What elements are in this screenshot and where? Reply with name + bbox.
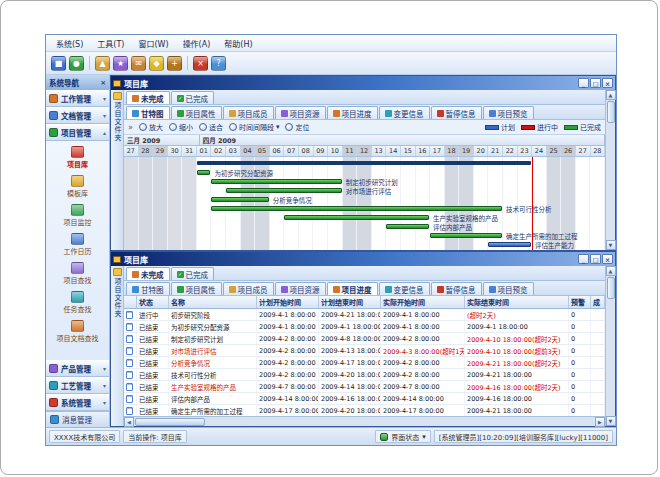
table-column-成[interactable]: 成: [591, 296, 605, 308]
table-column-计划开始时间[interactable]: 计划开始时间: [257, 296, 319, 308]
project-folder-vertical-tab[interactable]: 项目文件夹: [111, 266, 124, 426]
sidebar-close-icon[interactable]: ×: [100, 79, 106, 87]
gantt-bar-评估生产能力[interactable]: [488, 242, 531, 247]
gantt-toolbar-时间间隔段[interactable]: 时间间隔段▾: [229, 122, 280, 132]
gantt-bar-分析竞争情况[interactable]: [211, 197, 268, 202]
view-tab-项目进度[interactable]: 项目进度: [327, 282, 378, 295]
status-ui-state[interactable]: 界面状态 ▾: [375, 430, 431, 443]
scroll-up-button[interactable]: ▲: [606, 90, 616, 100]
sidebar-group-产品管理[interactable]: 产品管理▾: [46, 360, 109, 377]
home-icon[interactable]: ■: [51, 56, 66, 71]
scroll-right-button[interactable]: ▶: [595, 417, 605, 427]
table-column-实际结束时间[interactable]: 实际结束时间: [465, 296, 569, 308]
sidebar-item-项目文档查找[interactable]: 项目文档查找: [46, 317, 109, 346]
close-button[interactable]: ×: [602, 78, 613, 88]
filter-tab-已完成[interactable]: ✓已完成: [171, 91, 215, 104]
table-row[interactable]: 已结束确定生产所需的加工过程2009-4-17 8:00:002009-4-20…: [124, 405, 605, 416]
view-tab-项目属性[interactable]: 项目属性: [171, 106, 222, 119]
view-tab-暂停信息[interactable]: 暂停信息: [431, 282, 482, 295]
gantt-bar-确定生产所需的加工过程[interactable]: [430, 233, 502, 238]
gantt-window-titlebar[interactable]: 项目库 _□×: [111, 76, 615, 90]
sidebar-group-系统管理[interactable]: 系统管理▾: [46, 394, 109, 411]
sidebar-group-工艺管理[interactable]: 工艺管理▾: [46, 377, 109, 394]
sidebar-item-项目监控[interactable]: 项目监控: [46, 201, 109, 230]
menu-item-1[interactable]: 工具(T): [91, 37, 130, 50]
table-horizontal-scrollbar[interactable]: ◀▶: [124, 416, 605, 426]
filter-tab-未完成[interactable]: 未完成: [126, 267, 170, 280]
view-tab-项目资源[interactable]: 项目资源: [275, 106, 326, 119]
scroll-down-button[interactable]: ▼: [606, 416, 616, 426]
view-tab-项目预览[interactable]: 项目预览: [483, 282, 534, 295]
table-column-实际开始时间[interactable]: 实际开始时间: [381, 296, 465, 308]
table-vertical-scrollbar[interactable]: ▲▼: [605, 266, 615, 426]
gantt-bar-制定初步研究计划[interactable]: [211, 179, 341, 184]
view-tab-项目属性[interactable]: 项目属性: [171, 282, 222, 295]
table-row[interactable]: 已结束评估内部产品2009-4-14 8:00:002009-4-16 18:0…: [124, 393, 605, 405]
gantt-bar-技术可行性分析[interactable]: [211, 206, 502, 211]
scroll-left-button[interactable]: ◀: [124, 417, 134, 427]
filter-tab-已完成[interactable]: ✓已完成: [171, 267, 215, 280]
scroll-track[interactable]: [607, 276, 615, 416]
mail-icon[interactable]: ✉: [131, 56, 146, 71]
filter-tab-未完成[interactable]: 未完成: [126, 91, 170, 104]
view-tab-项目成员[interactable]: 项目成员: [223, 282, 274, 295]
minimize-button[interactable]: _: [578, 254, 589, 264]
scroll-down-button[interactable]: ▼: [606, 240, 616, 250]
menu-item-3[interactable]: 操作(A): [177, 37, 217, 50]
sidebar-item-项目查找[interactable]: 项目查找: [46, 259, 109, 288]
view-tab-甘特图[interactable]: 甘特图: [126, 282, 170, 295]
minimize-button[interactable]: _: [578, 78, 589, 88]
table-window-titlebar[interactable]: 项目库 _□×: [111, 252, 615, 266]
table-column-计划结束时间[interactable]: 计划结束时间: [319, 296, 381, 308]
scroll-up-button[interactable]: ▲: [606, 266, 616, 276]
view-tab-变更信息[interactable]: 变更信息: [379, 106, 430, 119]
view-tab-项目进度[interactable]: 项目进度: [327, 106, 378, 119]
calendar-icon[interactable]: ▲: [95, 56, 110, 71]
view-tab-项目成员[interactable]: 项目成员: [223, 106, 274, 119]
maximize-button[interactable]: □: [590, 254, 601, 264]
table-row[interactable]: 已结束技术可行性分析2009-4-2 8:00:002009-4-20 18:0…: [124, 369, 605, 381]
view-tab-甘特图[interactable]: 甘特图: [126, 106, 170, 119]
table-row[interactable]: 已结束分析竞争情况2009-4-2 8:00:002009-4-17 18:00…: [124, 357, 605, 369]
view-tab-项目资源[interactable]: 项目资源: [275, 282, 326, 295]
sidebar-item-项目库[interactable]: 项目库: [46, 143, 109, 172]
sidebar-item-工作日历[interactable]: 工作日历: [46, 230, 109, 259]
menu-item-0[interactable]: 系统(S): [50, 37, 89, 50]
toolbar-overflow-chevron[interactable]: »: [128, 123, 133, 132]
help-icon[interactable]: ?: [211, 56, 226, 71]
menu-item-2[interactable]: 窗口(W): [132, 37, 174, 50]
sidebar-group-工作管理[interactable]: 工作管理▾: [46, 90, 109, 107]
sidebar-item-模板库[interactable]: 模板库: [46, 172, 109, 201]
table-row[interactable]: 已结束制定初步研究计划2009-4-2 8:00:002009-4-8 18:0…: [124, 333, 605, 345]
table-column-名称[interactable]: 名称: [169, 296, 257, 308]
network-icon[interactable]: ●: [69, 56, 84, 71]
scroll-thumb[interactable]: [135, 418, 205, 426]
sidebar-tab-message-management[interactable]: 消息管理: [46, 411, 109, 427]
table-row[interactable]: 进行中初步研究阶段2009-4-1 8:00:002009-4-21 18:00…: [124, 309, 605, 321]
gantt-bar-为初步研究分配资源[interactable]: [197, 170, 211, 175]
menu-item-4[interactable]: 帮助(H): [218, 37, 258, 50]
exit-icon[interactable]: ×: [193, 56, 208, 71]
gantt-toolbar-缩小[interactable]: 缩小: [169, 122, 193, 132]
table-column-状态[interactable]: 状态: [137, 296, 169, 308]
close-button[interactable]: ×: [602, 254, 613, 264]
gantt-vertical-scrollbar[interactable]: ▲▼: [605, 90, 615, 250]
gantt-bar-对市场进行评估[interactable]: [226, 188, 342, 193]
table-column-预警[interactable]: 预警: [569, 296, 591, 308]
table-row[interactable]: 已结束生产实验室规格的产品2009-4-7 8:00:002009-4-14 1…: [124, 381, 605, 393]
table-row[interactable]: 已结束对市场进行评估2009-4-2 8:00:002009-4-13 18:0…: [124, 345, 605, 357]
project-folder-vertical-tab[interactable]: 项目文件夹: [111, 90, 124, 250]
lock-icon[interactable]: ◆: [149, 56, 164, 71]
sidebar-item-任务查找[interactable]: 任务查找: [46, 288, 109, 317]
scroll-thumb[interactable]: [607, 277, 615, 299]
gantt-bar-生产实验室规格的产品[interactable]: [284, 215, 429, 220]
scroll-track[interactable]: [607, 100, 615, 240]
scroll-thumb[interactable]: [607, 101, 615, 123]
maximize-button[interactable]: □: [590, 78, 601, 88]
report-icon[interactable]: ★: [113, 56, 128, 71]
gantt-toolbar-定位[interactable]: 定位: [285, 122, 309, 132]
sidebar-group-文档管理[interactable]: 文档管理▾: [46, 107, 109, 124]
gantt-toolbar-适合[interactable]: 适合: [199, 122, 223, 132]
view-tab-项目预览[interactable]: 项目预览: [483, 106, 534, 119]
table-row[interactable]: 已结束为初步研究分配资源2009-4-1 8:00:002009-4-1 18:…: [124, 321, 605, 333]
